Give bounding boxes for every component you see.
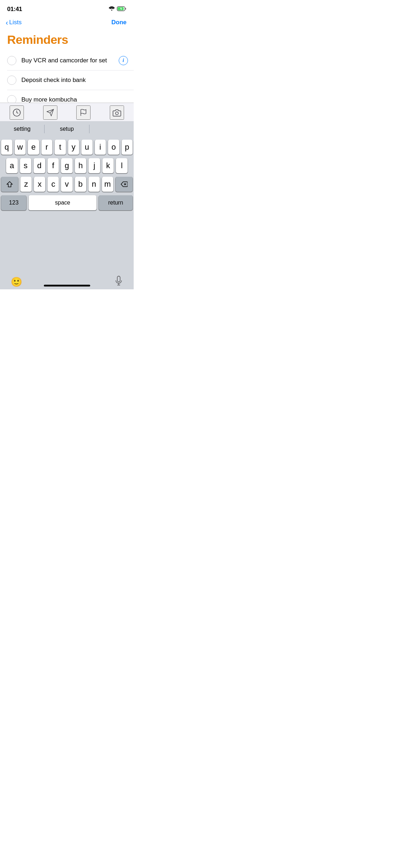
keyboard-rows: q w e r t y u i o p a s d f g h j k l [0, 137, 134, 215]
key-f[interactable]: f [47, 158, 59, 173]
reminder-info-icon-1[interactable]: i [119, 56, 128, 65]
key-v[interactable]: v [61, 177, 72, 192]
back-chevron-icon: ‹ [6, 19, 8, 26]
status-time: 01:41 [7, 6, 22, 13]
key-delete[interactable] [115, 177, 133, 192]
key-m[interactable]: m [102, 177, 113, 192]
svg-rect-2 [125, 8, 126, 10]
autocomplete-bar: setting setup [0, 121, 134, 137]
key-g[interactable]: g [61, 158, 73, 173]
microphone-icon[interactable] [114, 276, 123, 288]
autocomplete-word-2[interactable]: setup [45, 126, 89, 132]
key-o[interactable]: o [108, 140, 119, 155]
reminder-circle-2[interactable] [7, 76, 16, 85]
back-button[interactable]: ‹ Lists [6, 19, 22, 26]
key-z[interactable]: z [20, 177, 32, 192]
toolbar [0, 103, 134, 121]
key-n[interactable]: n [88, 177, 100, 192]
nav-bar: ‹ Lists Done [0, 16, 134, 31]
key-y[interactable]: y [68, 140, 79, 155]
key-a[interactable]: a [6, 158, 18, 173]
keyboard: q w e r t y u i o p a s d f g h j k l [0, 137, 134, 289]
svg-rect-10 [117, 276, 120, 282]
clock-button[interactable] [10, 105, 24, 120]
back-label: Lists [9, 19, 22, 26]
key-t[interactable]: t [55, 140, 66, 155]
key-numbers[interactable]: 123 [1, 195, 26, 210]
key-l[interactable]: l [116, 158, 128, 173]
reminder-item-2[interactable]: Deposit check into bank [7, 71, 134, 90]
key-d[interactable]: d [34, 158, 45, 173]
key-x[interactable]: x [34, 177, 45, 192]
key-row-1: q w e r t y u i o p [1, 140, 133, 155]
key-q[interactable]: q [1, 140, 12, 155]
key-row-3: z x c v b n m [1, 177, 133, 192]
key-row-4: 123 space return [1, 195, 133, 210]
location-button[interactable] [43, 105, 57, 120]
done-button[interactable]: Done [112, 19, 127, 26]
emoji-icon[interactable]: 🙂 [11, 277, 22, 288]
camera-button[interactable] [110, 105, 124, 120]
autocomplete-word-1[interactable]: setting [0, 126, 44, 132]
reminder-text-3: Buy more kombucha [21, 96, 128, 103]
key-e[interactable]: e [28, 140, 39, 155]
key-r[interactable]: r [41, 140, 53, 155]
svg-point-7 [115, 112, 118, 115]
key-i[interactable]: i [95, 140, 106, 155]
key-return[interactable]: return [99, 195, 133, 210]
key-b[interactable]: b [75, 177, 86, 192]
home-indicator [44, 285, 90, 286]
reminder-text-2: Deposit check into bank [21, 77, 128, 84]
key-w[interactable]: w [15, 140, 26, 155]
key-c[interactable]: c [47, 177, 59, 192]
key-j[interactable]: j [88, 158, 100, 173]
status-bar: 01:41 [0, 0, 134, 16]
reminder-item-1[interactable]: Buy VCR and camcorder for set i [7, 51, 134, 71]
key-k[interactable]: k [102, 158, 114, 173]
status-icons [109, 6, 127, 12]
key-p[interactable]: p [122, 140, 133, 155]
wifi-icon [109, 6, 115, 12]
key-shift[interactable] [1, 177, 18, 192]
key-row-2: a s d f g h j k l [1, 158, 133, 173]
keyboard-bottom-bar: 🙂 [0, 277, 134, 289]
key-s[interactable]: s [20, 158, 32, 173]
flag-button[interactable] [76, 105, 91, 120]
battery-icon [117, 6, 127, 12]
page-title: Reminders [0, 31, 134, 51]
autocomplete-divider-2 [89, 125, 89, 133]
key-h[interactable]: h [75, 158, 87, 173]
reminder-text-1: Buy VCR and camcorder for set [21, 57, 115, 64]
key-u[interactable]: u [81, 140, 93, 155]
reminder-circle-1[interactable] [7, 56, 16, 65]
key-space[interactable]: space [29, 195, 96, 210]
